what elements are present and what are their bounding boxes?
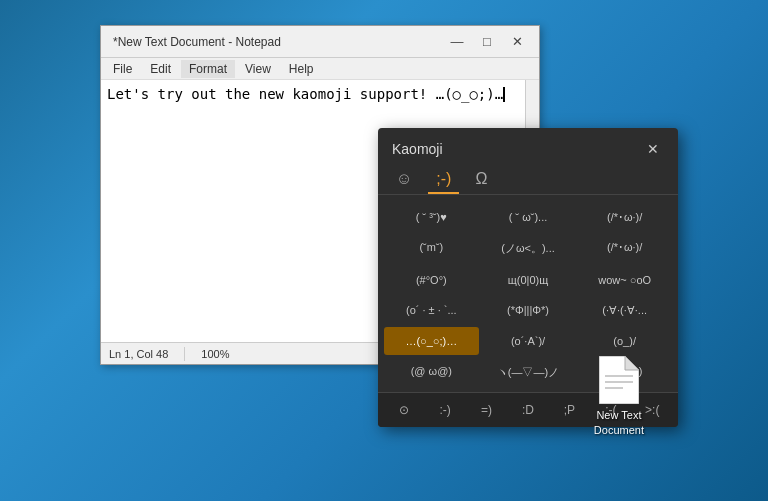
kaomoji-title: Kaomoji	[392, 141, 443, 157]
kaomoji-bottom-tab-smile[interactable]: :-)	[425, 397, 464, 423]
icon-label-line2: Document	[594, 424, 644, 436]
kaomoji-close-button[interactable]: ✕	[642, 138, 664, 160]
kaomoji-cell[interactable]: щ(0|0)щ	[481, 266, 576, 294]
tab-kaomoji-symbol: ;-)	[436, 170, 451, 187]
status-zoom: 100%	[201, 348, 229, 360]
menu-format[interactable]: Format	[181, 60, 235, 78]
kaomoji-bottom-tab-tongue[interactable]: :D	[508, 397, 547, 423]
svg-marker-1	[625, 356, 639, 370]
status-position: Ln 1, Col 48	[109, 348, 168, 360]
kaomoji-cell[interactable]: ( ˘ ³˘)♥	[384, 203, 479, 231]
kaomoji-cell[interactable]: (/*･ω·)/	[577, 203, 672, 231]
minimize-button[interactable]: —	[443, 31, 471, 53]
desktop-icon-new-text-document[interactable]: New Text Document	[590, 352, 648, 441]
menu-file[interactable]: File	[105, 60, 140, 78]
kaomoji-bottom-tab-clock[interactable]: ⊙	[384, 397, 423, 423]
kaomoji-cell[interactable]: (·∀·(·∀·...	[577, 296, 672, 325]
notepad-title: *New Text Document - Notepad	[109, 35, 443, 49]
notepad-menubar: File Edit Format View Help	[101, 58, 539, 80]
kaomoji-cell[interactable]: (#°O°)	[384, 266, 479, 294]
kaomoji-cell[interactable]: (*Φ|||Φ*)	[481, 296, 576, 325]
tab-kaomoji[interactable]: ;-)	[428, 166, 459, 194]
svg-marker-0	[599, 356, 639, 404]
notepad-text: Let's try out the new kaomoji support! ……	[107, 84, 533, 105]
kaomoji-cell[interactable]: …(○_○;)…	[384, 327, 479, 355]
kaomoji-cell[interactable]: (ノω<。)...	[481, 233, 576, 264]
maximize-button[interactable]: □	[473, 31, 501, 53]
document-icon	[599, 356, 639, 404]
kaomoji-tabs: ☺ ;-) Ω	[378, 166, 678, 195]
text-cursor	[503, 87, 505, 102]
kaomoji-bottom-tab-wink[interactable]: ;P	[550, 397, 589, 423]
kaomoji-cell[interactable]: (o´·A`)/	[481, 327, 576, 355]
tab-symbol-symbol: Ω	[475, 170, 487, 187]
kaomoji-bottom-tab-equals[interactable]: =)	[467, 397, 506, 423]
notepad-titlebar: *New Text Document - Notepad — □ ✕	[101, 26, 539, 58]
kaomoji-cell[interactable]: (/*･ω·)/	[577, 233, 672, 264]
kaomoji-cell[interactable]: wow~ ○oO	[577, 266, 672, 294]
kaomoji-cell[interactable]: (@ ω@)	[384, 357, 479, 388]
kaomoji-header: Kaomoji ✕	[378, 128, 678, 166]
tab-symbol[interactable]: Ω	[467, 166, 495, 194]
tab-emoji-symbol: ☺	[396, 170, 412, 187]
kaomoji-cell[interactable]: ヽ(—▽—)ノ	[481, 357, 576, 388]
kaomoji-cell[interactable]: (o_)/	[577, 327, 672, 355]
desktop-icon-label: New Text Document	[594, 408, 644, 437]
titlebar-controls: — □ ✕	[443, 31, 531, 53]
kaomoji-cell[interactable]: (o´ · ± · `...	[384, 296, 479, 325]
icon-label-line1: New Text	[596, 409, 641, 421]
menu-view[interactable]: View	[237, 60, 279, 78]
menu-edit[interactable]: Edit	[142, 60, 179, 78]
document-text: Let's try out the new kaomoji support! ……	[107, 86, 503, 102]
close-button[interactable]: ✕	[503, 31, 531, 53]
desktop: *New Text Document - Notepad — □ ✕ File …	[0, 0, 768, 501]
menu-help[interactable]: Help	[281, 60, 322, 78]
kaomoji-cell[interactable]: (˘m˘)	[384, 233, 479, 264]
status-divider	[184, 347, 185, 361]
tab-emoji[interactable]: ☺	[388, 166, 420, 194]
kaomoji-cell[interactable]: ( ˘ ω˘)...	[481, 203, 576, 231]
